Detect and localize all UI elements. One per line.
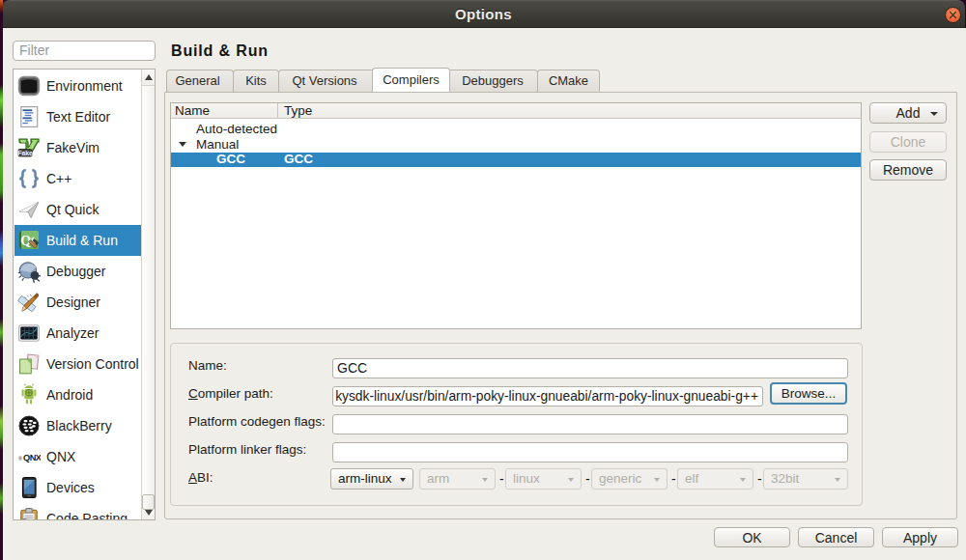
svg-text:Fake: Fake [17, 150, 33, 156]
svg-text:®: ® [18, 456, 22, 462]
svg-text:QNX: QNX [23, 453, 41, 462]
